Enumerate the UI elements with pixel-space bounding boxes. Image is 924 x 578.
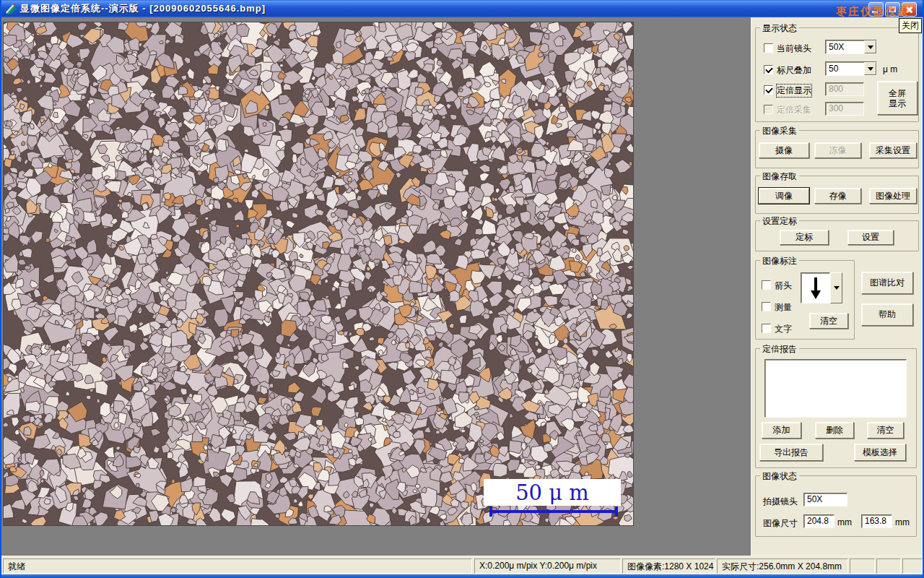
checkbox-fixed-display[interactable] bbox=[764, 85, 773, 95]
image-size-label: 图像尺寸 bbox=[763, 517, 798, 530]
fullscreen-button[interactable]: 全屏 显示 bbox=[877, 81, 918, 115]
chevron-down-icon[interactable] bbox=[864, 62, 876, 75]
fixed-capture-value-field: 300 bbox=[825, 102, 864, 116]
checkbox-arrow-label: 箭头 bbox=[775, 280, 792, 292]
capture-button[interactable]: 摄像 bbox=[759, 142, 809, 158]
checkbox-current-lens[interactable] bbox=[764, 43, 773, 53]
lens-combobox[interactable]: 50X bbox=[825, 40, 877, 54]
group-calibration: 设置定标 定标 设置 bbox=[755, 220, 919, 251]
micrograph-viewport[interactable]: 50 μ m bbox=[3, 22, 634, 526]
lens-label: 拍摄镜头 bbox=[763, 496, 798, 508]
help-button[interactable]: 帮助 bbox=[861, 303, 913, 326]
status-bar: 就绪 X:0.200μ m/pix Y:0.200μ m/pix 图像像素:12… bbox=[1, 556, 923, 574]
group-report: 定倍报告 添加 删除 清空 导出报告 模板选择 bbox=[755, 348, 917, 468]
chevron-down-icon[interactable] bbox=[830, 272, 842, 303]
report-add-button[interactable]: 添加 bbox=[762, 422, 801, 439]
group-title: 定倍报告 bbox=[760, 343, 799, 355]
window-title: 显微图像定倍系统--演示版 - [20090602055646.bmp] bbox=[20, 2, 266, 15]
arrow-down-icon bbox=[801, 272, 830, 303]
report-delete-button[interactable]: 删除 bbox=[815, 422, 854, 439]
template-select-button[interactable]: 模板选择 bbox=[854, 444, 906, 461]
window-controls bbox=[868, 2, 917, 17]
report-listbox[interactable] bbox=[764, 359, 907, 418]
app-icon bbox=[4, 3, 17, 14]
group-title: 设置定标 bbox=[760, 215, 799, 228]
checkbox-scale-overlay[interactable] bbox=[764, 65, 773, 74]
group-title: 图像状态 bbox=[760, 470, 799, 483]
atlas-compare-button[interactable]: 图谱比对 bbox=[861, 272, 913, 294]
checkbox-arrow[interactable] bbox=[762, 280, 771, 290]
group-title: 显示状态 bbox=[760, 22, 799, 35]
checkbox-current-lens-label: 当前镜头 bbox=[777, 43, 811, 55]
scale-bar-label: 50 μ m bbox=[515, 480, 589, 505]
micrograph-image bbox=[4, 22, 633, 525]
group-title: 图像存取 bbox=[760, 171, 799, 183]
checkbox-fixed-capture bbox=[764, 105, 773, 114]
checkbox-scale-overlay-label: 标尺叠加 bbox=[777, 64, 811, 77]
capture-settings-button[interactable]: 采集设置 bbox=[869, 142, 917, 158]
restore-button[interactable] bbox=[885, 2, 900, 17]
status-empty-pane bbox=[850, 558, 875, 574]
window-bottom-border bbox=[1, 574, 923, 578]
image-width-field[interactable]: 204.8 bbox=[803, 514, 834, 528]
group-annotation: 图像标注 箭头 测量 文字 清空 bbox=[755, 260, 855, 340]
width-unit-label: mm bbox=[837, 517, 852, 527]
lens-value-field[interactable]: 50X bbox=[803, 493, 847, 506]
scale-bar-line bbox=[489, 506, 618, 517]
calibrate-button[interactable]: 定标 bbox=[780, 230, 829, 245]
load-image-button[interactable]: 调像 bbox=[759, 188, 809, 204]
checkbox-text-label: 文字 bbox=[775, 323, 792, 335]
minimize-button[interactable] bbox=[868, 2, 884, 17]
clear-annotation-button[interactable]: 清空 bbox=[809, 313, 848, 329]
export-report-button[interactable]: 导出报告 bbox=[759, 444, 823, 461]
minimize-icon bbox=[872, 11, 878, 13]
group-title: 图像采集 bbox=[760, 125, 799, 137]
image-height-field[interactable]: 163.8 bbox=[861, 514, 892, 528]
chevron-down-icon[interactable] bbox=[864, 40, 876, 53]
app-window: 显微图像定倍系统--演示版 - [20090602055646.bmp] 枣庄仪… bbox=[0, 0, 924, 578]
height-unit-label: mm bbox=[895, 517, 910, 527]
scale-bar: 50 μ m bbox=[484, 479, 621, 506]
checkbox-text[interactable] bbox=[762, 324, 771, 333]
control-panel: 显示状态 当前镜头 50X 标尺叠加 50 μ m 定倍显示 800 定倍采 bbox=[751, 17, 923, 556]
freeze-button: 冻像 bbox=[814, 142, 861, 158]
image-processing-button[interactable]: 图像处理 bbox=[869, 188, 917, 204]
group-title: 图像标注 bbox=[760, 255, 799, 267]
arrow-style-combobox[interactable] bbox=[801, 272, 842, 303]
fixed-display-value-field: 800 bbox=[825, 82, 864, 96]
scale-unit-label: μ m bbox=[883, 64, 897, 74]
status-image-pixels: 图像像素:1280 X 1024 bbox=[622, 558, 715, 574]
settings-button[interactable]: 设置 bbox=[847, 230, 894, 245]
report-clear-button[interactable]: 清空 bbox=[867, 422, 904, 439]
group-display-status: 显示状态 当前镜头 50X 标尺叠加 50 μ m 定倍显示 800 定倍采 bbox=[755, 27, 919, 122]
status-xy-scale: X:0.200μ m/pix Y:0.200μ m/pix bbox=[474, 558, 621, 574]
lens-combobox-value: 50X bbox=[826, 41, 864, 53]
title-bar: 显微图像定倍系统--演示版 - [20090602055646.bmp] 枣庄仪… bbox=[1, 0, 923, 17]
scale-combobox-value: 50 bbox=[826, 63, 864, 74]
client-area: 50 μ m 显示状态 当前镜头 50X 标尺叠加 bbox=[1, 17, 923, 556]
scale-combobox[interactable]: 50 bbox=[825, 61, 877, 76]
checkbox-measure-label: 测量 bbox=[775, 301, 792, 314]
checkbox-fixed-display-label: 定倍显示 bbox=[777, 85, 811, 97]
checkbox-measure[interactable] bbox=[762, 302, 771, 311]
checkbox-fixed-capture-label: 定倍采集 bbox=[777, 104, 811, 116]
status-actual-size: 实际尺寸:256.0mm X 204.8mm bbox=[717, 558, 848, 574]
restore-icon bbox=[889, 7, 896, 12]
group-capture: 图像采集 摄像 冻像 采集设置 bbox=[755, 130, 919, 168]
status-ready: 就绪 bbox=[3, 558, 472, 574]
save-image-button[interactable]: 存像 bbox=[814, 188, 861, 204]
scale-bar-tick-right bbox=[615, 506, 618, 517]
close-tooltip: 关闭 bbox=[899, 18, 922, 33]
status-empty-pane bbox=[876, 558, 901, 574]
group-storage: 图像存取 调像 存像 图像处理 bbox=[755, 176, 919, 214]
status-empty-pane bbox=[902, 558, 923, 574]
group-image-status: 图像状态 拍摄镜头 50X 图像尺寸 204.8 mm 163.8 mm bbox=[755, 475, 917, 537]
scale-bar-rule bbox=[489, 510, 618, 513]
close-button[interactable] bbox=[902, 2, 917, 17]
